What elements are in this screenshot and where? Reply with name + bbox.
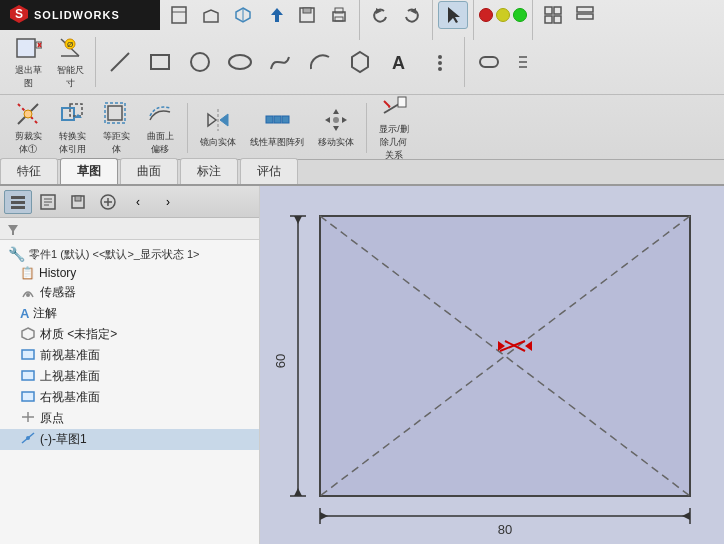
sensor-icon	[20, 285, 36, 301]
quick-new[interactable]	[164, 1, 194, 29]
line-tool-btn[interactable]	[101, 36, 139, 88]
tree-origin[interactable]: 原点	[0, 408, 259, 429]
move-label: 移动实体	[318, 136, 354, 149]
convert-btn[interactable]: 转换实 体引用	[52, 102, 92, 154]
linear-array-btn[interactable]: 线性草图阵列	[245, 102, 309, 154]
svg-marker-6	[271, 8, 283, 22]
panel-btn-prop[interactable]	[34, 190, 62, 214]
quick-undo[interactable]	[365, 1, 395, 29]
tree-root[interactable]: 🔧 零件1 (默认) <<默认>_显示状态 1>	[0, 244, 259, 264]
circle-tool-btn[interactable]	[181, 36, 219, 88]
svg-rect-54	[274, 116, 281, 123]
tree-history[interactable]: 📋 History	[0, 264, 259, 282]
tree-material[interactable]: 材质 <未指定>	[0, 324, 259, 345]
polygon-tool-btn[interactable]	[341, 36, 379, 88]
tree-annotations[interactable]: A 注解	[0, 303, 259, 324]
quick-open[interactable]	[196, 1, 226, 29]
left-panel: ‹ › 🔧 零件1 (默认) <<默认>_显示状态 1> 📋 History	[0, 186, 260, 544]
svg-text:S: S	[15, 7, 23, 21]
sep-r2b	[366, 103, 367, 153]
svg-marker-52	[220, 114, 228, 126]
svg-point-60	[333, 117, 339, 123]
show-relations-label: 显示/删 除几何 关系	[379, 123, 409, 162]
right-plane-icon	[20, 389, 36, 406]
svg-point-86	[26, 436, 30, 440]
panel-toolbar: ‹ ›	[0, 186, 259, 218]
svg-point-31	[191, 53, 209, 71]
panel-btn-tree[interactable]	[4, 190, 32, 214]
svg-rect-8	[303, 8, 311, 13]
quick-redo[interactable]	[397, 1, 427, 29]
svg-marker-79	[22, 328, 34, 340]
tree-root-label: 零件1 (默认) <<默认>_显示状态 1>	[29, 247, 200, 262]
filter-icon	[6, 222, 20, 236]
quick-save[interactable]	[292, 1, 322, 29]
panel-btn-prev[interactable]: ‹	[124, 190, 152, 214]
tab-bar: 特征 草图 曲面 标注 评估	[0, 160, 724, 186]
panel-btn-next[interactable]: ›	[154, 190, 182, 214]
trim-btn[interactable]: 剪裁实 体①	[8, 102, 48, 154]
view-options[interactable]	[570, 1, 600, 29]
sketch-toolbar-row1: 退出草 图 Ø 智能尺 寸	[0, 30, 724, 95]
svg-rect-82	[22, 392, 34, 401]
tree-sensors[interactable]: 传感器	[0, 282, 259, 303]
svg-rect-20	[577, 14, 593, 19]
sketch-more-btn[interactable]	[510, 36, 536, 88]
sep-t2	[464, 37, 465, 87]
tree-sketch1[interactable]: (-)-草图1	[0, 429, 259, 450]
top-plane-icon	[20, 368, 36, 385]
sep-r2a	[187, 103, 188, 153]
front-plane-icon	[20, 347, 36, 364]
tab-sketch[interactable]: 草图	[60, 158, 118, 184]
smart-dim-btn[interactable]: Ø 智能尺 寸	[50, 36, 90, 88]
offset-btn[interactable]: 等距实 体	[96, 102, 136, 154]
root-icon: 🔧	[8, 246, 25, 262]
surface-offset-btn[interactable]: 曲面上 偏移	[140, 102, 180, 154]
svg-rect-65	[11, 196, 25, 199]
tree-front-plane-label: 前视基准面	[40, 347, 100, 364]
text-tool-btn[interactable]: A	[381, 36, 419, 88]
svg-rect-48	[108, 106, 122, 120]
tree-material-label: 材质 <未指定>	[40, 326, 117, 343]
svg-rect-67	[11, 206, 25, 209]
tree-right-plane[interactable]: 右视基准面	[0, 387, 259, 408]
tab-features[interactable]: 特征	[0, 158, 58, 184]
move-btn[interactable]: 移动实体	[313, 102, 359, 154]
tree-history-label: History	[39, 266, 76, 280]
quick-print[interactable]	[324, 1, 354, 29]
svg-marker-58	[325, 117, 330, 123]
svg-rect-16	[554, 7, 561, 14]
view-grid[interactable]	[538, 1, 568, 29]
rect-tool-btn[interactable]	[141, 36, 179, 88]
arc-tool-btn[interactable]	[301, 36, 339, 88]
tab-annotation[interactable]: 标注	[180, 158, 238, 184]
tab-evaluate[interactable]: 评估	[240, 158, 298, 184]
ellipse-tool-btn[interactable]	[221, 36, 259, 88]
mirror-btn[interactable]: 镜向实体	[195, 102, 241, 154]
panel-btn-save[interactable]	[64, 190, 92, 214]
more-sketch1-btn[interactable]	[421, 36, 459, 88]
svg-point-32	[229, 55, 251, 69]
spline-tool-btn[interactable]	[261, 36, 299, 88]
svg-line-62	[384, 101, 390, 107]
tree-top-plane[interactable]: 上视基准面	[0, 366, 259, 387]
svg-rect-81	[22, 371, 34, 380]
show-relations-btn[interactable]: 显示/删 除几何 关系	[374, 102, 414, 154]
svg-rect-45	[62, 108, 74, 120]
svg-point-35	[438, 55, 442, 59]
quick-access-toolbar	[160, 0, 604, 30]
quick-3d[interactable]	[228, 1, 258, 29]
exit-sketch-btn[interactable]: 退出草 图	[8, 36, 48, 88]
svg-marker-14	[448, 7, 460, 23]
quick-arrow[interactable]	[260, 1, 290, 29]
select-tool[interactable]	[438, 1, 468, 29]
sketch-toolbar-row2: 剪裁实 体① 转换实 体引用 等距实 体	[0, 95, 724, 160]
history-icon: 📋	[20, 266, 35, 280]
tree-front-plane[interactable]: 前视基准面	[0, 345, 259, 366]
panel-btn-add[interactable]	[94, 190, 122, 214]
svg-marker-33	[352, 52, 368, 72]
mirror-label: 镜向实体	[200, 136, 236, 149]
slot-tool-btn[interactable]	[470, 36, 508, 88]
sketch-icon	[20, 431, 36, 448]
tab-surface[interactable]: 曲面	[120, 158, 178, 184]
